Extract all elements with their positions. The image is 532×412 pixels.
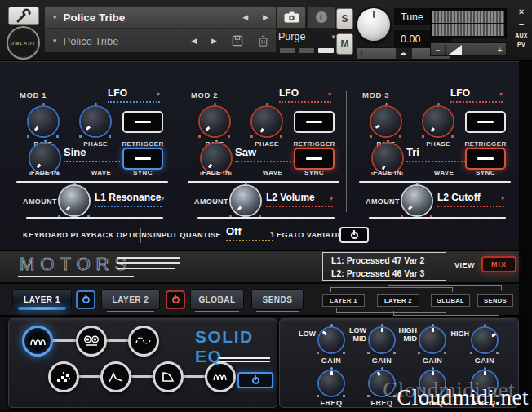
volume-fader-handle[interactable] [449,45,462,55]
amount-knob[interactable] [56,183,92,219]
fade-in-label: FADE IN [20,169,69,176]
low-gain-knob[interactable] [317,326,346,355]
phase-knob[interactable] [249,104,285,140]
solid-eq-power-button[interactable] [237,372,273,388]
amount-target-dropdown[interactable]: L2 Volume ▾ [266,192,333,207]
lowmid-gain-knob[interactable] [367,326,397,355]
snapshot-next-icon[interactable]: ▶ [204,37,224,45]
tab-layer1[interactable]: LAYER 1 [12,289,72,310]
amount-target-dropdown[interactable]: L1 Resonance ▾ [95,192,162,207]
routing-layer2-button[interactable]: LAYER 2 [377,294,419,307]
input-quantise-dropdown[interactable]: Off ▾ [226,225,273,241]
mod-divider [175,91,175,212]
divider [26,217,163,219]
high-gain-knob[interactable] [470,326,499,355]
low-freq-knob[interactable] [317,369,346,398]
close-button[interactable]: × [519,7,524,16]
sync-switch[interactable] [294,148,335,170]
phase-knob[interactable] [78,104,113,140]
routing-sends-button[interactable]: SENDS [477,294,513,307]
tab-sends[interactable]: SENDS [251,289,304,310]
rate-knob[interactable] [25,104,61,140]
amount-knob[interactable] [399,183,435,219]
brand-logo: UMLAUT [7,26,40,60]
fx-connector [104,339,128,342]
amount-knob[interactable] [228,183,264,219]
volume-minus[interactable]: − [431,45,446,55]
fx-title-underline [219,361,270,362]
fx-icon-transient[interactable] [100,361,131,392]
divider [188,181,339,183]
keyboard-playback-options-button[interactable]: KEYBOARD PLAYBACK OPTIONS [23,231,153,239]
preset-next-icon[interactable]: ▶ [255,13,276,21]
snapshot-title-bar[interactable]: ▾ Police Tribe ◀ ▶ [45,29,276,52]
solo-button[interactable]: S [336,8,353,29]
retrigger-switch[interactable] [122,111,163,133]
amount-target-dropdown[interactable]: L2 Cutoff ▾ [437,192,504,207]
preset-title-bar[interactable]: ▾ Police Tribe ◀ ▶ [45,7,276,29]
chevron-down-icon: ▾ [157,91,160,98]
fade-in-label: FADE IN [192,169,241,176]
tab-global[interactable]: GLOBAL [190,289,244,310]
volume-plus[interactable]: + [498,45,506,55]
highmid-gain-knob[interactable] [418,326,447,355]
motors-logo-line [117,268,175,269]
mod-type-dropdown[interactable]: LFO ▾ [279,87,331,103]
fx-connector [51,339,76,342]
mod-type-dropdown[interactable]: LFO ▾ [450,87,503,103]
fade-in-label: FADE IN [363,169,412,176]
watermark: Cloudmidi.net [397,385,529,410]
snapshot-view-tab[interactable] [277,7,305,28]
mod-type-dropdown[interactable]: LFO ▾ [108,87,160,103]
tune-knob[interactable] [357,8,390,41]
purge-dropdown[interactable]: Purge ▾ [278,29,335,44]
pan-handle[interactable]: ◂▸ [396,48,412,59]
mix-view-button[interactable]: MIX [481,256,516,272]
camera-icon [284,11,299,23]
preset-prev-icon[interactable]: ◀ [235,13,255,21]
fx-icon-crusher[interactable] [48,361,79,392]
lowmid-freq-knob[interactable] [367,369,397,398]
routing-wire [393,311,499,316]
rate-knob[interactable] [368,104,404,140]
routing-layer1-button[interactable]: LAYER 1 [322,294,365,307]
brand-logo-text: UMLAUT [11,41,36,46]
save-icon[interactable] [232,35,243,47]
chevron-down-icon: ▾ [331,33,335,41]
rate-knob[interactable] [197,104,233,140]
legato-variation-label: LEGATO VARIATION [272,231,349,239]
phase-knob[interactable] [420,104,456,140]
aux-button[interactable]: AUX [515,33,528,38]
fx-icon-eq[interactable] [22,326,53,357]
sync-switch[interactable] [465,148,506,170]
chevron-down-icon[interactable]: ▾ [53,37,57,45]
minimize-button[interactable]: − [519,20,524,29]
retrigger-switch[interactable] [294,111,335,133]
chevron-down-icon[interactable]: ▾ [53,13,57,21]
layer2-power-button[interactable] [166,290,185,309]
fx-icon-filter[interactable] [153,361,184,392]
snapshot-prev-icon[interactable]: ◀ [184,37,204,45]
pv-button[interactable]: PV [517,42,525,47]
info-view-tab[interactable]: i [308,7,335,28]
power-icon [351,232,358,239]
fx-chain-panel: SOLID EQ [8,318,277,408]
motors-logo-line [117,262,180,264]
layer1-power-button[interactable] [76,290,95,309]
routing-global-button[interactable]: GLOBAL [431,294,470,307]
fx-icon-tape[interactable] [76,326,107,357]
trash-icon[interactable] [258,35,268,47]
wrench-button[interactable] [8,7,39,25]
sync-switch[interactable] [122,148,163,170]
legato-power-button[interactable] [339,227,369,243]
fx-icon-wave[interactable] [128,326,159,357]
divider [16,181,168,183]
chevron-down-icon: ▾ [328,91,331,98]
tab-layer2[interactable]: LAYER 2 [101,289,160,310]
level-meter-left [432,11,504,23]
retrigger-switch[interactable] [465,111,506,133]
volume-slider[interactable]: − + [430,42,507,56]
sync-label: SYNC [461,169,510,176]
mute-button[interactable]: M [336,33,353,55]
divider [369,217,506,219]
